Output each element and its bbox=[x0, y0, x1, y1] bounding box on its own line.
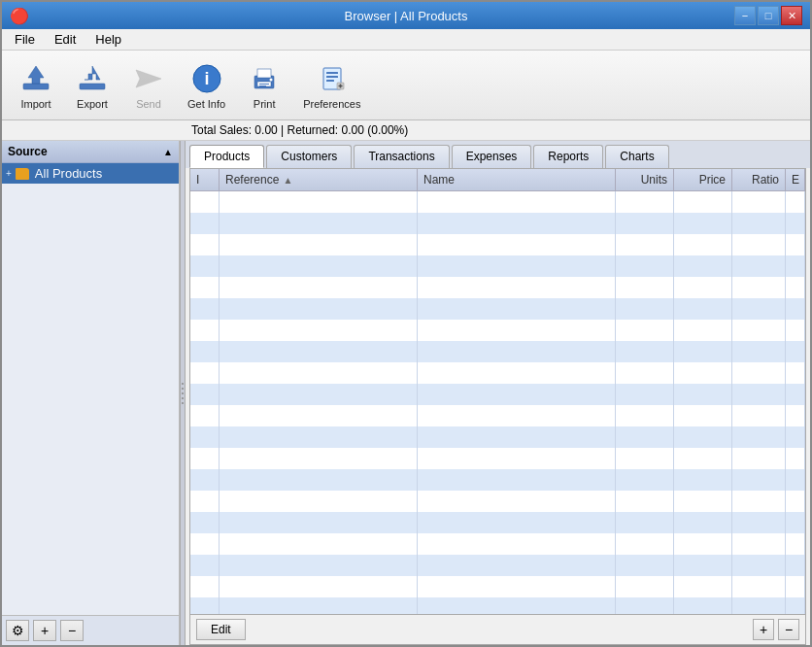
title-bar-left: 🔴 bbox=[10, 7, 29, 25]
table-row[interactable] bbox=[190, 213, 805, 234]
table-row[interactable] bbox=[190, 533, 805, 555]
maximize-button[interactable]: □ bbox=[758, 6, 779, 25]
export-icon bbox=[75, 61, 110, 96]
remove-product-button[interactable]: − bbox=[778, 619, 799, 640]
collapse-arrow-icon[interactable]: ▲ bbox=[163, 147, 173, 157]
col-header-reference[interactable]: Reference ▲ bbox=[220, 169, 418, 190]
print-label: Print bbox=[254, 98, 276, 110]
svg-rect-2 bbox=[80, 84, 105, 89]
svg-rect-16 bbox=[326, 80, 334, 82]
get-info-button[interactable]: i Get Info bbox=[179, 56, 234, 115]
export-label: Export bbox=[77, 98, 108, 110]
add-source-button[interactable]: + bbox=[33, 620, 56, 641]
svg-text:i: i bbox=[204, 69, 209, 88]
table-row[interactable] bbox=[190, 384, 805, 405]
toolbar: Import Export Send i bbox=[2, 51, 810, 120]
add-product-button[interactable]: + bbox=[753, 619, 774, 640]
table-row[interactable] bbox=[190, 191, 805, 213]
svg-marker-4 bbox=[136, 70, 161, 87]
send-icon bbox=[131, 61, 166, 96]
tab-expenses[interactable]: Expenses bbox=[452, 145, 532, 168]
sort-arrow-icon: ▲ bbox=[283, 175, 292, 186]
preferences-label: Preferences bbox=[303, 98, 360, 110]
tab-customers[interactable]: Customers bbox=[266, 145, 352, 168]
left-panel-footer: ⚙ + − bbox=[2, 615, 179, 645]
print-icon bbox=[247, 61, 282, 96]
table-row[interactable] bbox=[190, 512, 805, 533]
tab-products[interactable]: Products bbox=[189, 145, 264, 168]
table-body bbox=[190, 191, 805, 614]
minimize-button[interactable]: − bbox=[734, 6, 756, 25]
menu-bar: File Edit Help bbox=[2, 29, 810, 51]
table-row[interactable] bbox=[190, 277, 805, 298]
import-icon bbox=[18, 61, 53, 96]
svg-rect-0 bbox=[23, 84, 49, 89]
tree-area[interactable]: + All Products bbox=[2, 163, 179, 615]
table-header: I Reference ▲ Name Units Price bbox=[190, 169, 805, 191]
col-header-name[interactable]: Name bbox=[418, 169, 616, 190]
table-row[interactable] bbox=[190, 597, 805, 614]
table-row[interactable] bbox=[190, 234, 805, 255]
col-header-id: I bbox=[190, 169, 220, 190]
table-row[interactable] bbox=[190, 426, 805, 448]
table-row[interactable] bbox=[190, 469, 805, 491]
table-row[interactable] bbox=[190, 576, 805, 597]
table-row[interactable] bbox=[190, 555, 805, 576]
table-row[interactable] bbox=[190, 320, 805, 341]
folder-icon bbox=[16, 168, 29, 180]
export-button[interactable]: Export bbox=[66, 56, 118, 115]
preferences-button[interactable]: Preferences bbox=[294, 56, 369, 115]
svg-point-12 bbox=[270, 78, 273, 81]
main-window: 🔴 Browser | All Products − □ ✕ File Edit… bbox=[0, 0, 812, 647]
col-header-price[interactable]: Price bbox=[674, 169, 732, 190]
menu-edit[interactable]: Edit bbox=[46, 29, 85, 50]
get-info-label: Get Info bbox=[187, 98, 225, 110]
col-header-units[interactable]: Units bbox=[616, 169, 674, 190]
send-button[interactable]: Send bbox=[122, 56, 175, 115]
table-row[interactable] bbox=[190, 255, 805, 277]
svg-marker-3 bbox=[85, 66, 100, 80]
app-icon: 🔴 bbox=[10, 7, 29, 25]
source-label: Source bbox=[8, 145, 48, 158]
svg-rect-14 bbox=[326, 72, 338, 74]
title-bar-buttons: − □ ✕ bbox=[734, 6, 802, 25]
table-row[interactable] bbox=[190, 298, 805, 320]
table-row[interactable] bbox=[190, 362, 805, 384]
right-panel: Products Customers Transactions Expenses… bbox=[186, 141, 810, 645]
table-row[interactable] bbox=[190, 341, 805, 362]
preferences-icon bbox=[315, 61, 350, 96]
send-label: Send bbox=[136, 98, 161, 110]
edit-button[interactable]: Edit bbox=[196, 619, 246, 640]
splitter-handle bbox=[182, 383, 184, 404]
tab-reports[interactable]: Reports bbox=[533, 145, 603, 168]
menu-help[interactable]: Help bbox=[86, 29, 130, 50]
tab-charts[interactable]: Charts bbox=[605, 145, 668, 168]
table-row[interactable] bbox=[190, 405, 805, 426]
close-button[interactable]: ✕ bbox=[781, 6, 802, 25]
status-text: Total Sales: 0.00 | Returned: 0.00 (0.00… bbox=[191, 123, 408, 137]
tree-item-label: All Products bbox=[35, 166, 102, 181]
import-label: Import bbox=[20, 98, 51, 110]
import-button[interactable]: Import bbox=[10, 56, 62, 115]
table-row[interactable] bbox=[190, 448, 805, 469]
tree-all-products[interactable]: + All Products bbox=[2, 163, 179, 184]
col-header-e: E bbox=[786, 169, 805, 190]
table-footer-right: + − bbox=[753, 619, 799, 640]
table-row[interactable] bbox=[190, 491, 805, 512]
tree-expand-icon: + bbox=[6, 168, 12, 179]
svg-rect-11 bbox=[259, 85, 266, 86]
svg-rect-8 bbox=[257, 69, 271, 78]
main-content: Source ▲ + All Products ⚙ + − bbox=[2, 141, 810, 645]
left-panel-header: Source ▲ bbox=[2, 141, 179, 163]
info-icon: i bbox=[189, 61, 224, 96]
products-table: I Reference ▲ Name Units Price bbox=[189, 168, 806, 645]
left-panel: Source ▲ + All Products ⚙ + − bbox=[2, 141, 180, 645]
settings-button[interactable]: ⚙ bbox=[6, 620, 29, 641]
print-button[interactable]: Print bbox=[238, 56, 290, 115]
table-footer: Edit + − bbox=[190, 614, 805, 644]
svg-marker-1 bbox=[28, 66, 44, 84]
tab-transactions[interactable]: Transactions bbox=[354, 145, 449, 168]
menu-file[interactable]: File bbox=[6, 29, 44, 50]
col-header-ratio[interactable]: Ratio bbox=[732, 169, 786, 190]
remove-source-button[interactable]: − bbox=[60, 620, 84, 641]
